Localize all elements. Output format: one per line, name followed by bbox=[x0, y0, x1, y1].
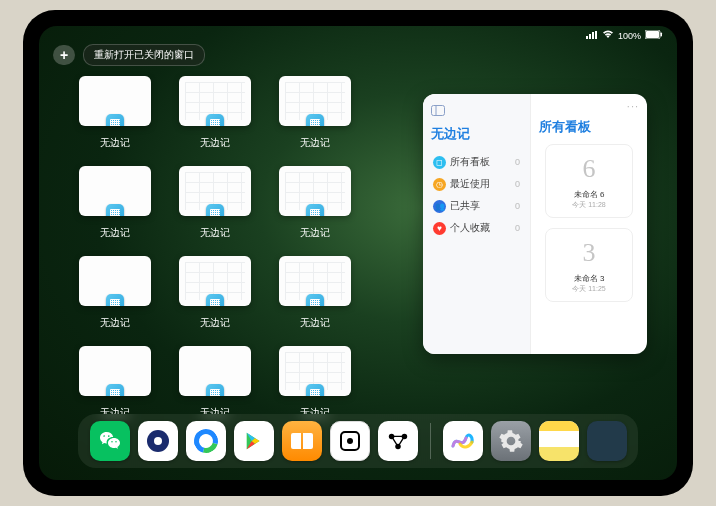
board-thumbnail: 3 bbox=[567, 235, 611, 271]
wifi-icon bbox=[602, 30, 614, 41]
svg-rect-1 bbox=[589, 34, 591, 39]
window-thumbnail[interactable]: 无边记 bbox=[177, 256, 253, 330]
reopen-closed-window-button[interactable]: 重新打开已关闭的窗口 bbox=[83, 44, 205, 66]
window-label: 无边记 bbox=[300, 226, 330, 240]
sidebar-item-count: 0 bbox=[515, 223, 520, 233]
window-label: 无边记 bbox=[300, 136, 330, 150]
freeform-app-icon bbox=[306, 384, 324, 396]
svg-rect-6 bbox=[661, 33, 663, 37]
window-thumbnail[interactable]: 无边记 bbox=[77, 166, 153, 240]
sidebar-item-label: 所有看板 bbox=[450, 155, 515, 169]
content-title: 所有看板 bbox=[539, 118, 639, 136]
window-thumbnail[interactable]: 无边记 bbox=[77, 76, 153, 150]
sidebar-item-shared[interactable]: 👥 已共享 0 bbox=[431, 195, 522, 217]
books-icon[interactable] bbox=[282, 421, 322, 461]
window-label: 无边记 bbox=[100, 226, 130, 240]
freeform-app-icon bbox=[106, 384, 124, 396]
freeform-app-icon bbox=[306, 114, 324, 126]
notes-icon[interactable] bbox=[539, 421, 579, 461]
top-controls: + 重新打开已关闭的窗口 bbox=[53, 44, 205, 66]
window-thumbnail[interactable]: 无边记 bbox=[277, 256, 353, 330]
freeform-app-icon bbox=[206, 384, 224, 396]
svg-rect-3 bbox=[595, 31, 597, 39]
more-icon[interactable]: ··· bbox=[627, 100, 639, 112]
freeform-app-icon bbox=[206, 114, 224, 126]
sidebar-item-recent[interactable]: ◷ 最近使用 0 bbox=[431, 173, 522, 195]
app-library-icon[interactable] bbox=[587, 421, 627, 461]
sidebar-item-label: 最近使用 bbox=[450, 177, 515, 191]
svg-rect-5 bbox=[646, 31, 659, 38]
freeform-app-icon bbox=[306, 204, 324, 216]
board-name: 未命名 3 bbox=[574, 273, 605, 284]
window-thumbnail[interactable]: 无边记 bbox=[177, 76, 253, 150]
window-thumbnail[interactable]: 无边记 bbox=[277, 166, 353, 240]
board-time: 今天 11:25 bbox=[572, 284, 605, 294]
sidebar-item-count: 0 bbox=[515, 179, 520, 189]
favorites-icon: ♥ bbox=[433, 222, 446, 235]
app-expose-grid: 无边记 无边记 无边记 无边记 无边记 无边记 无边记 无边记 无边记 无边记 … bbox=[77, 76, 427, 420]
freeform-app-icon bbox=[206, 294, 224, 306]
window-thumbnail[interactable]: 无边记 bbox=[177, 346, 253, 420]
svg-rect-0 bbox=[586, 36, 588, 39]
window-thumbnail[interactable]: 无边记 bbox=[77, 256, 153, 330]
freeform-sidebar-window[interactable]: 无边记 ◻ 所有看板 0 ◷ 最近使用 0 👥 已共享 0 ♥ bbox=[423, 94, 647, 354]
window-thumbnail[interactable]: 无边记 bbox=[277, 76, 353, 150]
window-label: 无边记 bbox=[200, 136, 230, 150]
window-thumbnail[interactable]: 无边记 bbox=[277, 346, 353, 420]
sidebar-title: 无边记 bbox=[431, 125, 522, 143]
screen: 100% + 重新打开已关闭的窗口 无边记 无边记 无边记 无边记 无边记 无边… bbox=[39, 26, 677, 480]
sidebar-right: ··· 所有看板 6 未命名 6 今天 11:28 3 未命名 3 今天 11:… bbox=[531, 94, 647, 354]
board-name: 未命名 6 bbox=[574, 189, 605, 200]
status-bar: 100% bbox=[586, 30, 663, 41]
window-thumbnail[interactable]: 无边记 bbox=[77, 346, 153, 420]
shared-icon: 👥 bbox=[433, 200, 446, 213]
board-time: 今天 11:28 bbox=[572, 200, 605, 210]
sidebar-item-label: 已共享 bbox=[450, 199, 515, 213]
battery-icon bbox=[645, 30, 663, 41]
svg-rect-7 bbox=[432, 106, 445, 116]
sidebar-item-count: 0 bbox=[515, 157, 520, 167]
recent-icon: ◷ bbox=[433, 178, 446, 191]
hd-browser-icon[interactable] bbox=[138, 421, 178, 461]
freeform-app-icon bbox=[106, 114, 124, 126]
sidebar-item-favorites[interactable]: ♥ 个人收藏 0 bbox=[431, 217, 522, 239]
window-label: 无边记 bbox=[100, 136, 130, 150]
board-thumbnail: 6 bbox=[567, 151, 611, 187]
window-label: 无边记 bbox=[200, 226, 230, 240]
board-card[interactable]: 6 未命名 6 今天 11:28 bbox=[545, 144, 633, 218]
freeform-app-icon bbox=[206, 204, 224, 216]
freeform-app-icon bbox=[106, 204, 124, 216]
sidebar-item-label: 个人收藏 bbox=[450, 221, 515, 235]
settings-icon[interactable] bbox=[491, 421, 531, 461]
ipad-frame: 100% + 重新打开已关闭的窗口 无边记 无边记 无边记 无边记 无边记 无边… bbox=[23, 10, 693, 496]
sidebar-toggle-icon[interactable] bbox=[431, 104, 522, 119]
window-thumbnail[interactable]: 无边记 bbox=[177, 166, 253, 240]
signal-icon bbox=[586, 31, 598, 41]
play-store-icon[interactable] bbox=[234, 421, 274, 461]
add-window-button[interactable]: + bbox=[53, 45, 75, 65]
all-boards-icon: ◻ bbox=[433, 156, 446, 169]
window-label: 无边记 bbox=[200, 316, 230, 330]
wechat-icon[interactable] bbox=[90, 421, 130, 461]
dice-app-icon[interactable] bbox=[330, 421, 370, 461]
window-label: 无边记 bbox=[300, 316, 330, 330]
dock-separator bbox=[430, 423, 431, 459]
freeform-icon[interactable] bbox=[443, 421, 483, 461]
svg-rect-2 bbox=[592, 32, 594, 39]
node-app-icon[interactable] bbox=[378, 421, 418, 461]
freeform-app-icon bbox=[306, 294, 324, 306]
dock bbox=[78, 414, 638, 468]
sidebar-left: 无边记 ◻ 所有看板 0 ◷ 最近使用 0 👥 已共享 0 ♥ bbox=[423, 94, 531, 354]
sidebar-item-count: 0 bbox=[515, 201, 520, 211]
battery-pct: 100% bbox=[618, 31, 641, 41]
freeform-app-icon bbox=[106, 294, 124, 306]
board-card[interactable]: 3 未命名 3 今天 11:25 bbox=[545, 228, 633, 302]
window-label: 无边记 bbox=[100, 316, 130, 330]
quark-icon[interactable] bbox=[186, 421, 226, 461]
sidebar-item-all-boards[interactable]: ◻ 所有看板 0 bbox=[431, 151, 522, 173]
